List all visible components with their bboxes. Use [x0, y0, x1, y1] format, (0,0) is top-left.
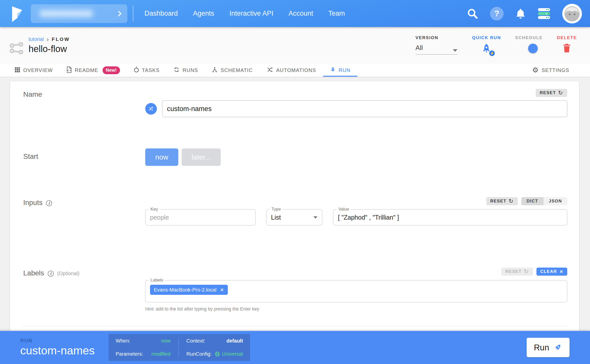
- breadcrumb-type: FLOW: [52, 37, 70, 42]
- inputs-section: Inputs i RESET ↻ DICT JSON Key: [10, 197, 579, 225]
- tab-tasks[interactable]: TASKS: [127, 64, 166, 77]
- context-value: default: [227, 338, 243, 344]
- team-switcher-button[interactable]: [31, 4, 127, 23]
- clear-label: CLEAR: [540, 269, 557, 274]
- info-icon[interactable]: i: [48, 271, 54, 277]
- input-value-field[interactable]: Value: [333, 209, 567, 225]
- randomize-name-button[interactable]: [145, 103, 157, 115]
- tab-readme[interactable]: README New!: [60, 64, 127, 77]
- delete-control: DELETE: [557, 35, 577, 54]
- runconfig-value: Universal: [215, 351, 243, 357]
- breadcrumb-separator: ›: [47, 37, 49, 42]
- breadcrumb-project-link[interactable]: tutorial: [29, 36, 44, 42]
- tab-runs[interactable]: RUNS: [166, 64, 205, 77]
- tab-label: AUTOMATIONS: [276, 67, 316, 73]
- reset-label: RESET: [505, 269, 522, 274]
- page-title: hello-flow: [29, 44, 70, 54]
- tab-run[interactable]: RUN: [323, 64, 357, 77]
- user-avatar[interactable]: [562, 4, 582, 23]
- flow-tab-bar: OVERVIEW README New! TASKS RUNS: [0, 64, 590, 77]
- nav-item-agents[interactable]: Agents: [185, 10, 222, 17]
- flow-header: tutorial › FLOW hello-flow VERSION All Q…: [0, 27, 590, 64]
- start-later-button[interactable]: later...: [182, 148, 221, 166]
- value-input[interactable]: [338, 214, 562, 221]
- inputs-mode-segmented-control: DICT JSON: [521, 197, 567, 205]
- search-icon[interactable]: [467, 8, 478, 19]
- tab-label: SETTINGS: [542, 67, 569, 73]
- labels-field[interactable]: Labels Evans-MacBook-Pro-2.local ✕: [145, 280, 567, 302]
- labels-reset-button[interactable]: RESET ↻: [501, 268, 533, 276]
- version-selected-value: All: [415, 44, 423, 52]
- version-label: VERSION: [415, 35, 438, 40]
- quick-run-label: QUICK RUN: [472, 35, 501, 40]
- name-reset-button[interactable]: RESET ↻: [536, 89, 567, 97]
- quick-run-rocket-button[interactable]: ⚡: [481, 43, 492, 56]
- parameters-label: Parameters:: [116, 351, 143, 357]
- tab-settings[interactable]: ⚙ SETTINGS: [525, 64, 576, 77]
- json-mode-button[interactable]: JSON: [544, 197, 567, 205]
- run-name-input[interactable]: [162, 100, 567, 117]
- main-content: Name RESET ↻: [0, 77, 590, 331]
- start-section-label: Start: [23, 152, 38, 161]
- quick-run-control: QUICK RUN ⚡: [472, 35, 501, 56]
- nav-item-dashboard[interactable]: Dashboard: [137, 10, 185, 17]
- close-icon: ✕: [559, 269, 563, 274]
- optional-label: (Optional): [57, 271, 80, 276]
- chip-remove-icon[interactable]: ✕: [220, 288, 224, 292]
- label-chip-text: Evans-MacBook-Pro-2.local: [154, 287, 216, 293]
- tab-automations[interactable]: AUTOMATIONS: [260, 64, 323, 77]
- caret-down-icon: [453, 49, 457, 52]
- labels-clear-button[interactable]: CLEAR ✕: [536, 268, 567, 276]
- help-icon[interactable]: ?: [490, 7, 504, 20]
- label-chip: Evans-MacBook-Pro-2.local ✕: [150, 285, 228, 295]
- info-icon[interactable]: i: [46, 200, 52, 206]
- prefect-logo-icon[interactable]: [11, 5, 24, 22]
- labels-section: Labels i (Optional) RESET ↻ CLEAR ✕ Labe…: [10, 268, 579, 312]
- nav-item-interactive-api[interactable]: Interactive API: [222, 10, 281, 17]
- tab-label: SCHEMATIC: [220, 67, 253, 73]
- run-button[interactable]: Run: [527, 338, 570, 357]
- footer-run-title: RUN custom-names: [20, 338, 95, 357]
- when-value: now: [161, 338, 170, 344]
- nav-item-account[interactable]: Account: [281, 10, 321, 17]
- grid-icon: [14, 67, 20, 74]
- run-footer-bar: RUN custom-names When: now Parameters: m…: [0, 331, 590, 364]
- tab-label: README: [75, 67, 98, 73]
- shuffle-icon: [266, 67, 274, 74]
- tab-overview[interactable]: OVERVIEW: [8, 64, 60, 77]
- notifications-bell-icon[interactable]: [515, 8, 526, 19]
- task-node-icon: [134, 66, 139, 74]
- dict-mode-button[interactable]: DICT: [521, 197, 544, 205]
- reset-label: RESET: [540, 90, 556, 95]
- run-form-card: Name RESET ↻: [10, 81, 579, 331]
- schematic-tree-icon: [212, 67, 218, 74]
- agents-stack-icon[interactable]: [537, 7, 551, 20]
- run-summary-panel: When: now Parameters: modified Context: …: [109, 334, 250, 361]
- schedule-label: SCHEDULE: [515, 35, 543, 40]
- delete-trash-button[interactable]: [562, 43, 571, 54]
- tab-schematic[interactable]: SCHEMATIC: [205, 64, 259, 77]
- toggle-knob: [528, 44, 538, 53]
- type-selected-value: List: [271, 214, 281, 221]
- refresh-icon: ↻: [524, 268, 529, 275]
- version-select[interactable]: All: [415, 41, 458, 55]
- input-key-field[interactable]: Key: [145, 209, 256, 225]
- input-type-select[interactable]: Type List: [266, 209, 322, 225]
- schedule-toggle[interactable]: [521, 45, 537, 51]
- flow-schematic-icon: [9, 42, 23, 55]
- type-field-label: Type: [270, 207, 283, 212]
- top-nav-bar: Dashboard Agents Interactive API Account…: [0, 0, 590, 27]
- tab-label: RUN: [339, 67, 351, 73]
- refresh-icon: ↻: [558, 90, 563, 96]
- reset-label: RESET: [490, 199, 506, 204]
- breadcrumb: tutorial › FLOW: [29, 36, 70, 42]
- run-button-label: Run: [534, 343, 549, 352]
- key-input[interactable]: [150, 214, 251, 221]
- delete-label: DELETE: [557, 35, 577, 40]
- inputs-reset-button[interactable]: RESET ↻: [486, 197, 518, 205]
- refresh-icon: ↻: [509, 198, 514, 204]
- nav-item-team[interactable]: Team: [321, 10, 353, 17]
- start-now-button[interactable]: now: [145, 148, 178, 166]
- rocket-icon: [330, 67, 336, 74]
- tab-label: OVERVIEW: [23, 67, 53, 73]
